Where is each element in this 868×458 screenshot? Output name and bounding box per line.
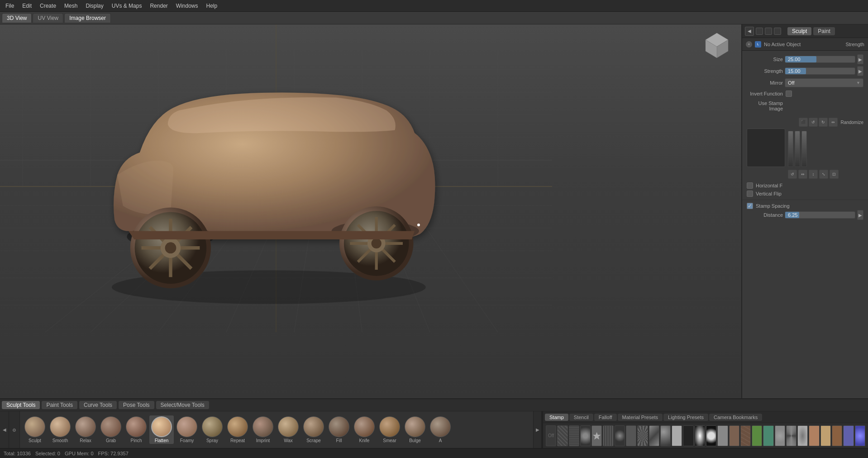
- stamp-thumb-24[interactable]: [820, 425, 831, 446]
- stamp-thumb-1[interactable]: [557, 425, 568, 446]
- viewport-3d[interactable]: [0, 24, 741, 398]
- stamp-thumb-6[interactable]: [615, 425, 625, 446]
- stamp-action-2[interactable]: ⇔: [798, 170, 807, 179]
- brush-smooth[interactable]: Smooth: [48, 415, 72, 444]
- brtab-camera-bookmarks[interactable]: Camera Bookmarks: [709, 414, 762, 421]
- distance-slider[interactable]: 6.25: [785, 211, 855, 219]
- stamp-thumb-23[interactable]: [809, 425, 819, 446]
- brush-spray[interactable]: Spray: [200, 415, 224, 444]
- stamp-thumb-5[interactable]: [603, 425, 613, 446]
- brush-a[interactable]: A: [428, 415, 453, 444]
- btab-sculpt-tools[interactable]: Sculpt Tools: [2, 401, 40, 409]
- brush-foamy[interactable]: Foamy: [175, 415, 199, 444]
- stamp-btn-1[interactable]: ⬛: [799, 118, 808, 127]
- nav-cube[interactable]: [703, 31, 730, 58]
- stamp-thumb-16[interactable]: [729, 425, 739, 446]
- stamp-thumb-14[interactable]: [706, 425, 716, 446]
- stamp-thumb-7[interactable]: [626, 425, 636, 446]
- brush-settings-btn[interactable]: ⚙: [9, 411, 20, 448]
- brush-imprint[interactable]: Imprint: [251, 415, 275, 444]
- stamp-thumb-9[interactable]: [649, 425, 659, 446]
- brush-flatten[interactable]: Flatten: [149, 415, 174, 444]
- stamp-thumb-10[interactable]: [660, 425, 671, 446]
- stamp-thumb-26[interactable]: [843, 425, 854, 446]
- brtab-stencil[interactable]: Stencil: [569, 414, 593, 421]
- stamp-thumb-22[interactable]: [797, 425, 808, 446]
- horizontal-flip-checkbox[interactable]: [747, 182, 753, 189]
- stamp-thumb-25[interactable]: [832, 425, 842, 446]
- stamp-btn-rotate-l[interactable]: ↺: [809, 118, 818, 127]
- rp-expand-btn[interactable]: ◀: [745, 27, 754, 36]
- stamp-thumb-8[interactable]: [637, 425, 648, 446]
- brush-smear[interactable]: Smear: [377, 415, 402, 444]
- menu-create[interactable]: Create: [36, 2, 60, 10]
- brush-knife[interactable]: Knife: [352, 415, 377, 444]
- rp-paint-tab[interactable]: Paint: [813, 27, 835, 35]
- brtab-material-presets[interactable]: Material Presets: [618, 414, 663, 421]
- menu-windows[interactable]: Windows: [172, 2, 202, 10]
- stamp-spacing-checkbox[interactable]: ✓: [747, 203, 753, 209]
- stamp-btn-rotate-r[interactable]: ↻: [819, 118, 828, 127]
- tab-image-browser[interactable]: Image Browser: [64, 13, 111, 23]
- btab-curve-tools[interactable]: Curve Tools: [79, 401, 117, 409]
- stamp-thumb-2[interactable]: [569, 425, 579, 446]
- stamp-slider-1[interactable]: [788, 131, 793, 167]
- tab-uv-view[interactable]: UV View: [33, 13, 63, 23]
- brush-sculpt[interactable]: Sculpt: [23, 415, 47, 444]
- stamp-thumb-4[interactable]: [591, 425, 602, 446]
- rp-icon2[interactable]: [765, 28, 772, 35]
- strength-arrow[interactable]: ▶: [857, 66, 863, 76]
- rp-sculpt-tab[interactable]: Sculpt: [787, 27, 811, 35]
- menu-file[interactable]: File: [2, 2, 18, 10]
- stamp-action-4[interactable]: ⤡: [819, 170, 828, 179]
- stamp-thumb-18[interactable]: [752, 425, 762, 446]
- brush-grab[interactable]: Grab: [99, 415, 123, 444]
- stamp-thumb-11[interactable]: [672, 425, 682, 446]
- brush-scroll-right[interactable]: ▶: [533, 411, 542, 448]
- stamp-thumb-19[interactable]: [763, 425, 773, 446]
- brush-pinch[interactable]: Pinch: [124, 415, 148, 444]
- stamp-thumb-21[interactable]: [786, 425, 796, 446]
- btab-paint-tools[interactable]: Paint Tools: [42, 401, 77, 409]
- stamp-thumb-27[interactable]: [855, 425, 865, 446]
- stamp-thumb-3[interactable]: [580, 425, 591, 446]
- strength-slider[interactable]: 15.00: [785, 67, 855, 75]
- stamp-slider-3[interactable]: [801, 131, 807, 167]
- stamp-thumb-15[interactable]: [717, 425, 728, 446]
- menu-render[interactable]: Render: [146, 2, 171, 10]
- stamp-action-1[interactable]: ↺: [788, 170, 797, 179]
- stamp-thumb-20[interactable]: [775, 425, 785, 446]
- brush-scrape[interactable]: Scrape: [301, 415, 326, 444]
- tab-3d-view[interactable]: 3D View: [2, 13, 32, 23]
- brtab-lighting-presets[interactable]: Lighting Presets: [663, 414, 708, 421]
- rp-icon1[interactable]: [756, 28, 763, 35]
- stamp-thumb-17[interactable]: [740, 425, 751, 446]
- stamp-off[interactable]: Off: [546, 425, 556, 446]
- brush-scroll-left[interactable]: ◀: [0, 411, 9, 448]
- stamp-slider-2[interactable]: [795, 131, 800, 167]
- menu-help[interactable]: Help: [203, 2, 221, 10]
- vertical-flip-checkbox[interactable]: [747, 191, 753, 197]
- brush-bulge[interactable]: Bulge: [403, 415, 427, 444]
- stamp-action-5[interactable]: ⊡: [830, 170, 839, 179]
- menu-mesh[interactable]: Mesh: [61, 2, 81, 10]
- invert-function-checkbox[interactable]: [786, 91, 792, 97]
- brush-relax[interactable]: Relax: [73, 415, 98, 444]
- brtab-stamp[interactable]: Stamp: [545, 414, 568, 421]
- stamp-action-3[interactable]: ↕: [809, 170, 818, 179]
- brush-fill[interactable]: Fill: [327, 415, 351, 444]
- mirror-dropdown[interactable]: Off ▼: [785, 78, 863, 87]
- menu-uvs[interactable]: UVs & Maps: [108, 2, 146, 10]
- brtab-falloff[interactable]: Falloff: [594, 414, 617, 421]
- stamp-thumb-13[interactable]: [695, 425, 705, 446]
- stamp-thumb-12[interactable]: [683, 425, 693, 446]
- btab-pose-tools[interactable]: Pose Tools: [119, 401, 154, 409]
- distance-arrow[interactable]: ▶: [857, 210, 863, 220]
- menu-display[interactable]: Display: [82, 2, 107, 10]
- size-slider[interactable]: 25.00: [785, 56, 855, 63]
- stamp-btn-flip[interactable]: ⇔: [829, 118, 838, 127]
- btab-select-move[interactable]: Select/Move Tools: [156, 401, 209, 409]
- size-arrow[interactable]: ▶: [857, 54, 863, 64]
- brush-repeat[interactable]: Repeat: [225, 415, 250, 444]
- menu-edit[interactable]: Edit: [19, 2, 35, 10]
